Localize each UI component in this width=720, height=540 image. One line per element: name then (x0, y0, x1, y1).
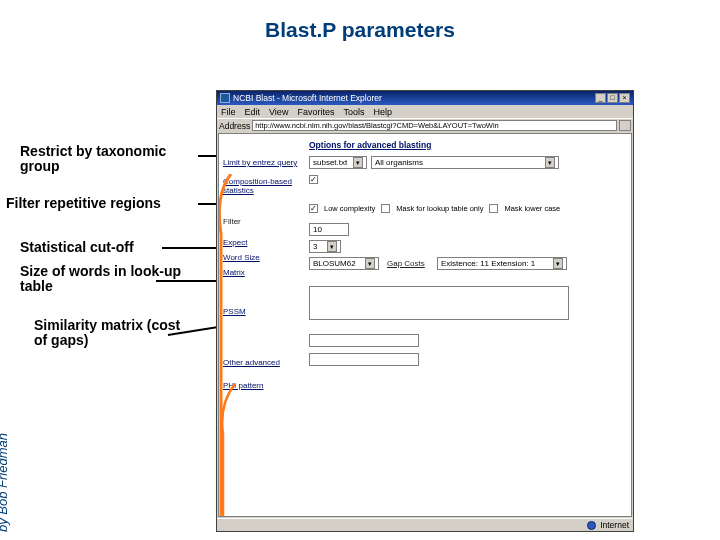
label-gap: Gap Costs (387, 259, 433, 268)
gap-costs-select[interactable]: Existence: 11 Extension: 1 ▾ (437, 257, 567, 270)
minimize-button[interactable]: _ (595, 93, 606, 103)
annotation-taxonomic: Restrict by taxonomic group (20, 144, 200, 175)
chevron-down-icon: ▾ (365, 258, 375, 269)
word-size-value: 3 (313, 242, 317, 251)
matrix-value: BLOSUM62 (313, 259, 356, 268)
label-expect: Expect (223, 238, 305, 247)
word-size-select[interactable]: 3 ▾ (309, 240, 341, 253)
chevron-down-icon: ▾ (327, 241, 337, 252)
label-limit: Limit by entrez query (223, 158, 305, 167)
maximize-button[interactable]: □ (607, 93, 618, 103)
menubar: File Edit View Favorites Tools Help (217, 105, 633, 118)
chevron-down-icon: ▾ (353, 157, 363, 168)
expect-input[interactable]: 10 (309, 223, 349, 236)
form-fields-column: Options for advanced blasting subset.txt… (305, 140, 627, 512)
other-advanced-input[interactable] (309, 334, 419, 347)
page-content: Limit by entrez query Composition-based … (218, 133, 632, 517)
menu-edit[interactable]: Edit (245, 107, 261, 117)
statusbar: Internet (217, 518, 633, 531)
address-label: Address (219, 121, 250, 131)
app-icon (220, 93, 230, 103)
organism-select[interactable]: All organisms ▾ (371, 156, 559, 169)
options-header: Options for advanced blasting (309, 140, 627, 150)
close-button[interactable]: × (619, 93, 630, 103)
browser-window: NCBI Blast - Microsoft Internet Explorer… (216, 90, 634, 532)
filter-mask-lower-checkbox[interactable] (489, 204, 498, 213)
menu-file[interactable]: File (221, 107, 236, 117)
annotation-filter: Filter repetitive regions (6, 196, 216, 211)
filter-mask-lower-label: Mask lower case (504, 204, 560, 213)
filter-low-label: Low complexity (324, 204, 375, 213)
window-title: NCBI Blast - Microsoft Internet Explorer (233, 93, 595, 103)
status-right: Internet (600, 520, 629, 530)
label-matrix: Matrix (223, 268, 305, 277)
pssm-textarea[interactable] (309, 286, 569, 320)
form-labels-column: Limit by entrez query Composition-based … (223, 140, 305, 512)
label-word: Word Size (223, 253, 305, 262)
organism-value: All organisms (375, 158, 423, 167)
composition-checkbox[interactable] (309, 175, 318, 184)
menu-help[interactable]: Help (373, 107, 392, 117)
internet-zone-icon (587, 521, 596, 530)
label-comp: Composition-based statistics (223, 177, 305, 195)
entrez-side-select[interactable]: subset.txt ▾ (309, 156, 367, 169)
label-phi: PHI pattern (223, 381, 305, 390)
address-input[interactable]: http://www.ncbi.nlm.nih.gov/blast/Blastc… (252, 120, 617, 131)
menu-tools[interactable]: Tools (343, 107, 364, 117)
label-filter: Filter (223, 217, 305, 226)
titlebar: NCBI Blast - Microsoft Internet Explorer… (217, 91, 633, 105)
chevron-down-icon: ▾ (545, 157, 555, 168)
menu-favorites[interactable]: Favorites (297, 107, 334, 117)
gap-costs-value: Existence: 11 Extension: 1 (441, 259, 535, 268)
entrez-side-value: subset.txt (313, 158, 347, 167)
slide-title: Blast.P parameters (0, 18, 720, 42)
address-bar: Address http://www.ncbi.nlm.nih.gov/blas… (217, 118, 633, 132)
menu-view[interactable]: View (269, 107, 288, 117)
phi-pattern-input[interactable] (309, 353, 419, 366)
matrix-select[interactable]: BLOSUM62 ▾ (309, 257, 379, 270)
label-other: Other advanced (223, 358, 305, 367)
credit-text: by Bob Friedman (0, 433, 10, 532)
go-button[interactable] (619, 120, 631, 131)
filter-low-checkbox[interactable] (309, 204, 318, 213)
filter-mask-lookup-label: Mask for lookup table only (396, 204, 483, 213)
filter-mask-lookup-checkbox[interactable] (381, 204, 390, 213)
label-pssm: PSSM (223, 307, 305, 316)
chevron-down-icon: ▾ (553, 258, 563, 269)
